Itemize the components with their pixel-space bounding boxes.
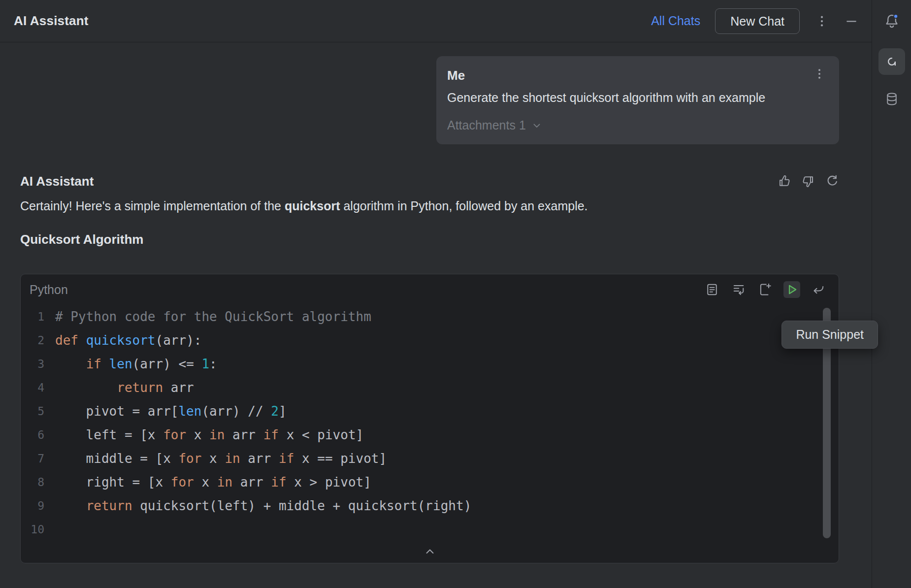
chat-scroll-area[interactable]: Me Generate the shortest quicksort algor… — [0, 42, 872, 588]
database-tool-button[interactable] — [878, 86, 905, 112]
code-lines: # Python code for the QuickSort algorith… — [55, 305, 839, 540]
kebab-menu-icon — [813, 67, 826, 81]
hide-panel-button[interactable] — [844, 14, 859, 29]
notifications-button[interactable] — [883, 13, 900, 30]
refresh-icon — [824, 174, 839, 189]
panel-title: AI Assistant — [14, 13, 89, 29]
section-heading: Quicksort Algorithm — [20, 232, 839, 247]
kebab-menu-icon — [814, 14, 829, 29]
move-to-editor-icon — [811, 282, 826, 297]
new-chat-button[interactable]: New Chat — [715, 8, 800, 34]
run-snippet-button[interactable] — [783, 281, 800, 298]
code-line: return quicksort(left) + middle + quicks… — [55, 494, 839, 518]
regenerate-button[interactable] — [824, 174, 839, 189]
intro-bold: quicksort — [285, 199, 340, 213]
assistant-message: AI Assistant — [20, 173, 839, 563]
bell-icon — [883, 13, 900, 30]
main-column: AI Assistant All Chats New Chat Me — [0, 0, 872, 588]
code-actions — [704, 281, 827, 298]
code-block-footer — [21, 540, 839, 563]
new-file-button[interactable] — [757, 281, 774, 298]
line-number: 5 — [21, 399, 44, 423]
intro-suffix: algorithm in Python, followed by an exam… — [340, 199, 587, 213]
run-icon — [784, 282, 799, 297]
assistant-actions — [777, 174, 839, 189]
user-message-text: Generate the shortest quicksort algorith… — [447, 90, 826, 105]
thumbs-up-icon — [777, 174, 792, 189]
chevron-down-icon — [531, 120, 543, 131]
line-number: 7 — [21, 447, 44, 470]
line-number: 10 — [21, 518, 44, 540]
database-icon — [884, 92, 899, 106]
assistant-author: AI Assistant — [20, 173, 94, 190]
attachments-label: Attachments 1 — [447, 118, 526, 132]
user-message-header: Me — [447, 67, 826, 84]
line-number: 9 — [21, 494, 44, 518]
attachments-toggle[interactable]: Attachments 1 — [447, 118, 543, 132]
line-number: 8 — [21, 470, 44, 494]
line-number: 2 — [21, 328, 44, 352]
all-chats-link[interactable]: All Chats — [651, 14, 700, 28]
thumbs-up-button[interactable] — [777, 174, 792, 189]
line-number: 1 — [21, 305, 44, 328]
assistant-message-header: AI Assistant — [20, 173, 839, 190]
user-message: Me Generate the shortest quicksort algor… — [436, 56, 839, 144]
copy-code-button[interactable] — [704, 281, 720, 298]
code-line — [55, 518, 839, 540]
code-line: if len(arr) <= 1: — [55, 352, 839, 376]
top-bar: AI Assistant All Chats New Chat — [0, 0, 872, 42]
run-snippet-tooltip: Run Snippet — [781, 321, 878, 349]
code-language-label: Python — [30, 283, 68, 297]
code-gutter: 12345678910 — [21, 305, 44, 540]
code-line: middle = [x for x in arr if x == pivot] — [55, 447, 839, 470]
code-line: return arr — [55, 376, 839, 399]
code-line: right = [x for x in arr if x > pivot] — [55, 470, 839, 494]
ai-assistant-tool-button[interactable] — [878, 48, 905, 75]
right-toolbar — [872, 0, 911, 588]
line-number: 3 — [21, 352, 44, 376]
collapse-code-button[interactable] — [423, 545, 437, 558]
ai-assistant-icon — [884, 54, 899, 69]
code-line: def quicksort(arr): — [55, 328, 839, 352]
intro-prefix: Certainly! Here's a simple implementatio… — [20, 199, 285, 213]
copy-icon — [705, 282, 719, 297]
new-file-icon — [758, 282, 773, 297]
panel-options-button[interactable] — [814, 14, 829, 29]
code-block-header: Python — [21, 274, 839, 305]
message-options-button[interactable] — [813, 67, 826, 81]
minimize-icon — [844, 14, 859, 29]
code-block: Python — [20, 274, 839, 563]
chevron-up-icon — [423, 545, 437, 558]
code-line: # Python code for the QuickSort algorith… — [55, 305, 839, 328]
notifications-area — [872, 0, 911, 42]
ai-assistant-panel: AI Assistant All Chats New Chat Me — [0, 0, 911, 588]
thumbs-down-button[interactable] — [801, 174, 815, 189]
user-message-author: Me — [447, 67, 465, 84]
move-to-editor-button[interactable] — [810, 281, 827, 298]
line-number: 4 — [21, 376, 44, 399]
thumbs-down-icon — [801, 174, 815, 189]
code-line: pivot = arr[len(arr) // 2] — [55, 399, 839, 423]
insert-at-caret-icon — [731, 282, 746, 297]
assistant-intro-text: Certainly! Here's a simple implementatio… — [20, 197, 839, 214]
notification-dot — [893, 14, 897, 18]
insert-at-caret-button[interactable] — [730, 281, 747, 298]
code-line: left = [x for x in arr if x < pivot] — [55, 423, 839, 447]
code-editor[interactable]: 12345678910 # Python code for the QuickS… — [21, 305, 839, 540]
line-number: 6 — [21, 423, 44, 447]
